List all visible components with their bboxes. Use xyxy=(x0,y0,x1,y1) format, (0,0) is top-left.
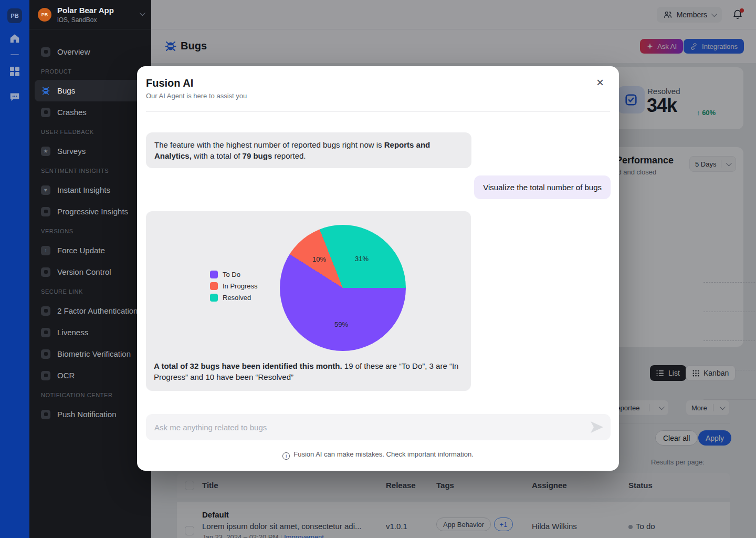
fusion-ai-modal: Fusion AI Our AI Agent is here to assist… xyxy=(137,66,619,471)
pie-legend: To Do In Progress Resolved xyxy=(210,268,257,303)
sidebar-item-crashes[interactable]: Crashes xyxy=(35,101,146,123)
link-icon xyxy=(41,207,50,216)
chat-input-wrap xyxy=(146,414,611,440)
close-icon[interactable]: × xyxy=(592,75,608,90)
sidebar: PB Polar Bear App iOS, SandBox Overview … xyxy=(29,0,151,538)
sidebar-nav: Overview PRODUCT Bugs Crashes USER FEEDB… xyxy=(29,29,151,425)
id-scan-icon xyxy=(41,371,50,380)
rail-divider xyxy=(10,54,19,55)
sidebar-item-2fa[interactable]: 2 Factor Authentication xyxy=(35,300,146,322)
app-root: PB PB Polar Bear App iOS, SandBox xyxy=(0,0,756,538)
sidebar-item-liveness[interactable]: Liveness xyxy=(35,322,146,343)
sidebar-item-bugs[interactable]: Bugs xyxy=(35,80,146,101)
shield-lock-icon xyxy=(41,306,50,316)
pie-chart xyxy=(280,225,406,351)
user-message-bubble: Visualize the total number of bugs xyxy=(474,175,611,199)
workspace-platform: iOS, SandBox xyxy=(57,16,97,24)
workspace-logo[interactable]: PB xyxy=(7,8,22,23)
ai-message-bubble: The feature with the highest number of r… xyxy=(146,132,471,168)
apps-grid-icon[interactable] xyxy=(0,66,29,77)
sidebar-section-versions: VERSIONS xyxy=(35,226,146,236)
chat-input[interactable] xyxy=(154,414,585,440)
workspace-avatar: PB xyxy=(38,8,51,22)
chat-icon[interactable] xyxy=(0,91,29,102)
sidebar-item-surveys[interactable]: ★ Surveys xyxy=(35,140,146,162)
star-icon: ★ xyxy=(41,147,50,156)
workspace-name: Polar Bear App xyxy=(57,6,114,15)
modal-divider xyxy=(146,111,610,112)
bug-icon xyxy=(41,86,50,96)
modal-title: Fusion AI xyxy=(146,77,193,89)
pie-label-to-do: 59% xyxy=(334,320,348,328)
sidebar-item-overview[interactable]: Overview xyxy=(35,41,146,63)
sidebar-item-version-control[interactable]: Version Control xyxy=(35,261,146,283)
sidebar-section-notification: NOTIFICATION CENTER xyxy=(35,390,146,400)
sidebar-item-ocr[interactable]: OCR xyxy=(35,365,146,386)
fingerprint-icon xyxy=(41,349,50,359)
modal-disclaimer: iFusion AI can make mistakes. Check impo… xyxy=(137,450,619,460)
legend-resolved: Resolved xyxy=(210,292,257,303)
pie-chart-card: To Do In Progress Resolved 10% 31% 59% A… xyxy=(146,211,471,391)
workspace-switcher[interactable]: PB Polar Bear App iOS, SandBox xyxy=(29,0,151,29)
face-scan-icon xyxy=(41,328,50,337)
home-icon[interactable] xyxy=(0,33,29,44)
chevron-down-icon xyxy=(140,12,144,16)
sidebar-item-push-notification[interactable]: Push Notification xyxy=(35,404,146,425)
info-icon: i xyxy=(282,452,290,460)
sidebar-section-sentiment: SENTIMENT INSIGHTS xyxy=(35,165,146,176)
overview-icon xyxy=(41,47,50,57)
pie-label-resolved: 31% xyxy=(355,255,369,263)
legend-in-progress: In Progress xyxy=(210,280,257,292)
sidebar-section-user-feedback: USER FEEDBACK xyxy=(35,127,146,137)
sidebar-section-secure-link: SECURE LINK xyxy=(35,286,146,297)
nav-rail: PB xyxy=(0,0,29,538)
arrow-up-icon: ↑ xyxy=(41,246,50,255)
heart-icon: ♥ xyxy=(41,185,50,195)
sidebar-item-progressive-insights[interactable]: Progressive Insights xyxy=(35,201,146,222)
pie-label-in-progress: 10% xyxy=(312,255,326,263)
sidebar-item-biometric[interactable]: Biometric Verification xyxy=(35,343,146,365)
chart-summary: A total of 32 bugs have been identified … xyxy=(154,360,465,382)
legend-to-do: To Do xyxy=(210,268,257,280)
sidebar-item-force-update[interactable]: ↑ Force Update xyxy=(35,240,146,261)
bell-icon xyxy=(41,410,50,419)
sidebar-item-instant-insights[interactable]: ♥ Instant Insights xyxy=(35,179,146,201)
send-icon[interactable] xyxy=(590,420,604,434)
sidebar-section-product: PRODUCT xyxy=(35,66,146,77)
modal-subtitle: Our AI Agent is here to assist you xyxy=(146,92,247,100)
box-icon xyxy=(41,267,50,277)
crashes-icon xyxy=(41,108,50,117)
